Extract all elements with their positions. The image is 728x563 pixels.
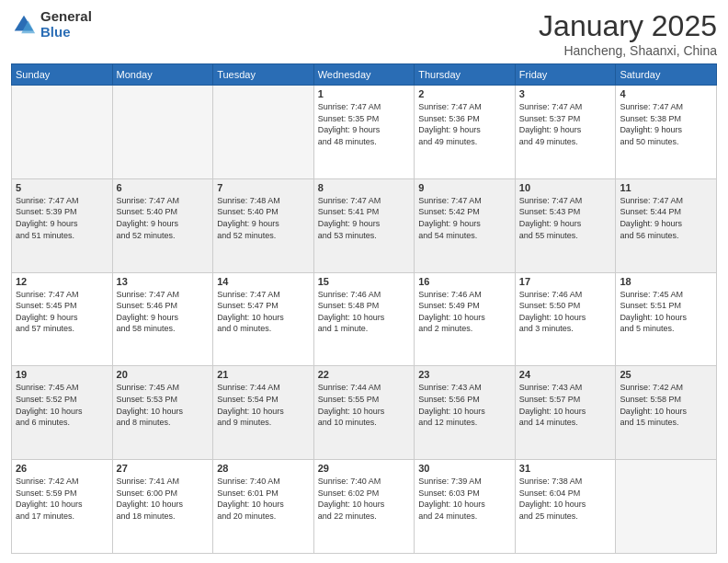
- calendar-weekday-friday: Friday: [515, 64, 616, 86]
- day-number: 6: [117, 182, 210, 193]
- calendar-week-row: 12Sunrise: 7:47 AM Sunset: 5:45 PM Dayli…: [12, 272, 717, 366]
- calendar-cell: 30Sunrise: 7:39 AM Sunset: 6:03 PM Dayli…: [415, 460, 516, 554]
- day-info: Sunrise: 7:45 AM Sunset: 5:52 PM Dayligh…: [16, 382, 108, 428]
- day-number: 23: [418, 369, 511, 380]
- calendar-cell: 14Sunrise: 7:47 AM Sunset: 5:47 PM Dayli…: [213, 272, 314, 366]
- calendar-cell: 5Sunrise: 7:47 AM Sunset: 5:39 PM Daylig…: [12, 178, 113, 272]
- calendar-cell: 1Sunrise: 7:47 AM Sunset: 5:35 PM Daylig…: [313, 86, 415, 179]
- calendar-cell: 4Sunrise: 7:47 AM Sunset: 5:38 PM Daylig…: [616, 86, 717, 179]
- calendar-cell: 21Sunrise: 7:44 AM Sunset: 5:54 PM Dayli…: [213, 366, 314, 460]
- day-info: Sunrise: 7:46 AM Sunset: 5:49 PM Dayligh…: [418, 289, 511, 335]
- day-info: Sunrise: 7:48 AM Sunset: 5:40 PM Dayligh…: [217, 195, 310, 241]
- day-info: Sunrise: 7:39 AM Sunset: 6:03 PM Dayligh…: [418, 476, 511, 522]
- calendar-cell: 26Sunrise: 7:42 AM Sunset: 5:59 PM Dayli…: [12, 460, 113, 554]
- calendar-cell: 20Sunrise: 7:45 AM Sunset: 5:53 PM Dayli…: [112, 366, 213, 460]
- day-info: Sunrise: 7:46 AM Sunset: 5:50 PM Dayligh…: [519, 289, 612, 335]
- calendar-cell: 17Sunrise: 7:46 AM Sunset: 5:50 PM Dayli…: [515, 272, 616, 366]
- day-number: 15: [318, 276, 411, 287]
- calendar-cell: [213, 86, 314, 179]
- day-info: Sunrise: 7:47 AM Sunset: 5:44 PM Dayligh…: [620, 195, 712, 241]
- day-info: Sunrise: 7:40 AM Sunset: 6:01 PM Dayligh…: [217, 476, 310, 522]
- day-number: 22: [318, 369, 411, 380]
- calendar-cell: 27Sunrise: 7:41 AM Sunset: 6:00 PM Dayli…: [112, 460, 213, 554]
- day-info: Sunrise: 7:44 AM Sunset: 5:54 PM Dayligh…: [217, 382, 310, 428]
- day-info: Sunrise: 7:47 AM Sunset: 5:35 PM Dayligh…: [318, 101, 411, 147]
- day-number: 5: [16, 182, 108, 193]
- calendar-cell: 6Sunrise: 7:47 AM Sunset: 5:40 PM Daylig…: [112, 178, 213, 272]
- calendar-weekday-thursday: Thursday: [415, 64, 516, 86]
- day-number: 30: [418, 463, 511, 474]
- calendar-cell: 3Sunrise: 7:47 AM Sunset: 5:37 PM Daylig…: [515, 86, 616, 179]
- calendar-cell: 18Sunrise: 7:45 AM Sunset: 5:51 PM Dayli…: [616, 272, 717, 366]
- calendar-weekday-monday: Monday: [112, 64, 213, 86]
- day-number: 26: [16, 463, 108, 474]
- calendar-cell: 12Sunrise: 7:47 AM Sunset: 5:45 PM Dayli…: [12, 272, 113, 366]
- calendar-cell: 2Sunrise: 7:47 AM Sunset: 5:36 PM Daylig…: [415, 86, 516, 179]
- day-info: Sunrise: 7:47 AM Sunset: 5:43 PM Dayligh…: [519, 195, 612, 241]
- day-number: 27: [117, 463, 210, 474]
- day-info: Sunrise: 7:47 AM Sunset: 5:42 PM Dayligh…: [418, 195, 511, 241]
- day-number: 3: [519, 88, 612, 99]
- calendar-cell: 31Sunrise: 7:38 AM Sunset: 6:04 PM Dayli…: [515, 460, 616, 554]
- calendar-cell: 15Sunrise: 7:46 AM Sunset: 5:48 PM Dayli…: [313, 272, 415, 366]
- logo-icon: [11, 12, 37, 38]
- calendar-week-row: 5Sunrise: 7:47 AM Sunset: 5:39 PM Daylig…: [12, 178, 717, 272]
- calendar-header-row: SundayMondayTuesdayWednesdayThursdayFrid…: [12, 64, 717, 86]
- logo-text: General Blue: [40, 9, 92, 40]
- day-number: 4: [620, 88, 712, 99]
- day-info: Sunrise: 7:47 AM Sunset: 5:38 PM Dayligh…: [620, 101, 712, 147]
- day-info: Sunrise: 7:47 AM Sunset: 5:41 PM Dayligh…: [318, 195, 411, 241]
- day-number: 21: [217, 369, 310, 380]
- calendar-cell: 22Sunrise: 7:44 AM Sunset: 5:55 PM Dayli…: [313, 366, 415, 460]
- calendar-weekday-saturday: Saturday: [616, 64, 717, 86]
- day-info: Sunrise: 7:41 AM Sunset: 6:00 PM Dayligh…: [117, 476, 210, 522]
- calendar-weekday-tuesday: Tuesday: [213, 64, 314, 86]
- calendar-week-row: 19Sunrise: 7:45 AM Sunset: 5:52 PM Dayli…: [12, 366, 717, 460]
- calendar-table: SundayMondayTuesdayWednesdayThursdayFrid…: [11, 63, 717, 554]
- calendar-cell: 13Sunrise: 7:47 AM Sunset: 5:46 PM Dayli…: [112, 272, 213, 366]
- day-info: Sunrise: 7:47 AM Sunset: 5:46 PM Dayligh…: [117, 289, 210, 335]
- day-info: Sunrise: 7:47 AM Sunset: 5:47 PM Dayligh…: [217, 289, 310, 335]
- calendar-cell: 29Sunrise: 7:40 AM Sunset: 6:02 PM Dayli…: [313, 460, 415, 554]
- day-number: 2: [418, 88, 511, 99]
- calendar-cell: 9Sunrise: 7:47 AM Sunset: 5:42 PM Daylig…: [415, 178, 516, 272]
- calendar-weekday-wednesday: Wednesday: [313, 64, 415, 86]
- day-info: Sunrise: 7:47 AM Sunset: 5:39 PM Dayligh…: [16, 195, 108, 241]
- day-number: 18: [620, 276, 712, 287]
- title-block: January 2025 Hancheng, Shaanxi, China: [539, 9, 717, 58]
- day-number: 13: [117, 276, 210, 287]
- day-number: 7: [217, 182, 310, 193]
- day-number: 17: [519, 276, 612, 287]
- calendar-cell: 25Sunrise: 7:42 AM Sunset: 5:58 PM Dayli…: [616, 366, 717, 460]
- calendar-cell: 28Sunrise: 7:40 AM Sunset: 6:01 PM Dayli…: [213, 460, 314, 554]
- day-number: 1: [318, 88, 411, 99]
- day-number: 20: [117, 369, 210, 380]
- day-info: Sunrise: 7:47 AM Sunset: 5:36 PM Dayligh…: [418, 101, 511, 147]
- day-info: Sunrise: 7:47 AM Sunset: 5:37 PM Dayligh…: [519, 101, 612, 147]
- calendar-cell: 11Sunrise: 7:47 AM Sunset: 5:44 PM Dayli…: [616, 178, 717, 272]
- page: General Blue January 2025 Hancheng, Shaa…: [0, 0, 728, 563]
- day-number: 29: [318, 463, 411, 474]
- day-info: Sunrise: 7:43 AM Sunset: 5:57 PM Dayligh…: [519, 382, 612, 428]
- logo-blue: Blue: [40, 25, 92, 40]
- day-number: 28: [217, 463, 310, 474]
- calendar-cell: 10Sunrise: 7:47 AM Sunset: 5:43 PM Dayli…: [515, 178, 616, 272]
- calendar-cell: 16Sunrise: 7:46 AM Sunset: 5:49 PM Dayli…: [415, 272, 516, 366]
- day-info: Sunrise: 7:44 AM Sunset: 5:55 PM Dayligh…: [318, 382, 411, 428]
- calendar-week-row: 26Sunrise: 7:42 AM Sunset: 5:59 PM Dayli…: [12, 460, 717, 554]
- calendar-cell: 19Sunrise: 7:45 AM Sunset: 5:52 PM Dayli…: [12, 366, 113, 460]
- day-info: Sunrise: 7:47 AM Sunset: 5:40 PM Dayligh…: [117, 195, 210, 241]
- logo: General Blue: [11, 9, 92, 40]
- day-info: Sunrise: 7:46 AM Sunset: 5:48 PM Dayligh…: [318, 289, 411, 335]
- day-number: 31: [519, 463, 612, 474]
- day-info: Sunrise: 7:45 AM Sunset: 5:51 PM Dayligh…: [620, 289, 712, 335]
- day-info: Sunrise: 7:42 AM Sunset: 5:58 PM Dayligh…: [620, 382, 712, 428]
- header: General Blue January 2025 Hancheng, Shaa…: [11, 9, 717, 58]
- calendar-cell: [112, 86, 213, 179]
- calendar-cell: 24Sunrise: 7:43 AM Sunset: 5:57 PM Dayli…: [515, 366, 616, 460]
- day-number: 14: [217, 276, 310, 287]
- title-location: Hancheng, Shaanxi, China: [539, 43, 717, 58]
- calendar-week-row: 1Sunrise: 7:47 AM Sunset: 5:35 PM Daylig…: [12, 86, 717, 179]
- day-info: Sunrise: 7:47 AM Sunset: 5:45 PM Dayligh…: [16, 289, 108, 335]
- day-info: Sunrise: 7:42 AM Sunset: 5:59 PM Dayligh…: [16, 476, 108, 522]
